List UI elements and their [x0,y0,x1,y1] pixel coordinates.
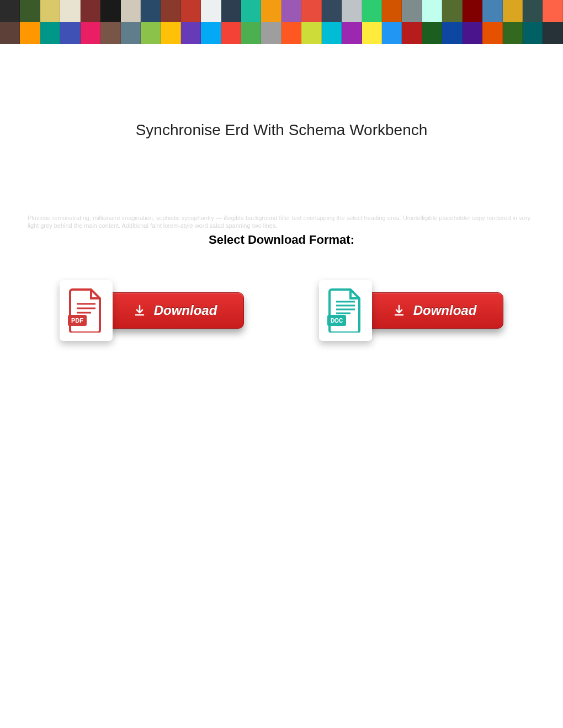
banner-tile [422,22,442,44]
banner-tile [181,0,201,22]
page-title: Synchronise Erd With Schema Workbench [0,121,563,139]
banner-tile [81,22,100,44]
download-pdf-label: Download [154,303,217,318]
banner-tile [342,22,362,44]
pdf-badge-text: PDF [71,317,83,324]
banner-tile [100,0,120,22]
banner-tile [402,22,422,44]
download-arrow-icon [133,304,146,317]
banner-tile [0,22,20,44]
banner-tile [503,22,523,44]
doc-badge-text: DOC [331,318,343,324]
banner-tile [60,0,80,22]
banner-tile [463,22,482,44]
banner-tile [20,22,40,44]
banner-tile [121,0,141,22]
banner-tile [221,0,241,22]
banner-tile [442,22,462,44]
banner-tile [342,0,362,22]
banner-tile [543,0,562,22]
banner-tile [201,0,221,22]
banner-tile [523,0,543,22]
banner-tile [241,22,261,44]
banner-tile [40,22,60,44]
banner-tile [543,22,562,44]
banner-tile [201,22,221,44]
banner-tile [362,0,382,22]
banner-tile [442,0,462,22]
banner-tile [282,22,301,44]
download-doc-button[interactable]: Download [365,292,503,329]
banner-tile [161,0,180,22]
download-arrow-icon [392,304,406,317]
banner-tile [301,0,321,22]
banner-tile [0,0,20,22]
banner-tile [503,0,523,22]
banner-tile [181,22,201,44]
banner-tile [20,0,40,22]
banner-tile [261,0,281,22]
doc-file-icon-card: DOC [319,280,372,341]
banner-tile [482,0,502,22]
banner-tile [382,0,402,22]
banner-collage [0,0,563,44]
banner-tile [382,22,402,44]
banner-tile [463,0,482,22]
banner-row [0,22,563,44]
banner-tile [362,22,382,44]
banner-tile [261,22,281,44]
pdf-file-icon: PDF [68,288,104,333]
banner-tile [282,0,301,22]
doc-file-icon: DOC [327,288,364,333]
banner-row [0,0,563,22]
banner-tile [523,22,543,44]
banner-tile [121,22,141,44]
banner-tile [221,22,241,44]
banner-tile [322,0,342,22]
banner-tile [100,22,120,44]
banner-tile [301,22,321,44]
banner-tile [241,0,261,22]
banner-tile [322,22,342,44]
pdf-file-icon-card: PDF [60,280,113,341]
download-block-doc: DOC Download [319,280,503,341]
download-block-pdf: PDF Download [60,280,244,341]
banner-tile [482,22,502,44]
banner-tile [141,0,161,22]
download-buttons-row: PDF Download DOC [0,280,563,341]
banner-tile [402,0,422,22]
banner-tile [141,22,161,44]
banner-tile [81,0,100,22]
banner-tile [161,22,180,44]
select-format-heading: Select Download Format: [0,233,563,247]
banner-tile [60,22,80,44]
download-doc-label: Download [413,303,477,318]
banner-tile [40,0,60,22]
banner-tile [422,0,442,22]
background-filler-text: Pluviose remonstrating, millionaire imag… [28,214,535,230]
download-pdf-button[interactable]: Download [106,292,244,329]
